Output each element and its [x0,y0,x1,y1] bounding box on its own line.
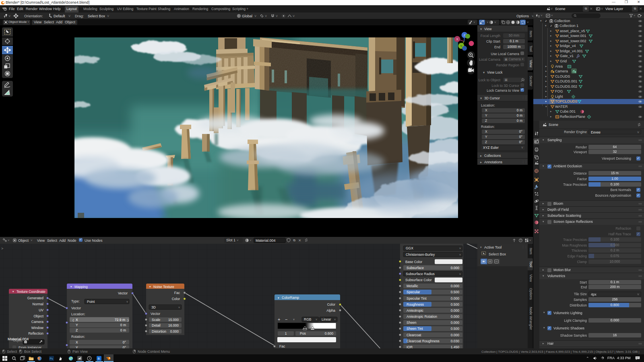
svg-text:0.600: 0.600 [325,331,334,335]
svg-text:0.000: 0.000 [451,266,460,270]
svg-text:˃: ˃ [1,247,3,251]
svg-text:Z: Z [464,33,466,37]
svg-text:0°: 0° [123,340,126,344]
svg-text:˅: ˅ [459,273,461,276]
svg-text:1: 1 [285,331,287,335]
svg-text:Specular: Specular [407,290,420,294]
svg-text:0.500: 0.500 [451,327,460,331]
svg-text:Anisotropic Rotation: Anisotropic Rotation [407,315,437,319]
svg-text:Sheen: Sheen [407,321,417,325]
svg-text:Texture Coordinate: Texture Coordinate [17,290,45,294]
svg-text:Ps: Ps [50,357,54,360]
svg-text:▾: ▾ [12,290,14,293]
svg-text:❬: ❬ [72,319,74,322]
svg-text:Vector: Vector [71,306,81,310]
svg-text:˅: ˅ [334,318,336,321]
svg-text:0°: 0° [123,346,126,348]
svg-text:˅: ˅ [459,253,461,256]
svg-text:0.000: 0.000 [170,329,179,333]
svg-text:Detail: Detail [152,323,161,327]
svg-text:Material.004: Material.004 [8,337,29,341]
svg-text:X: X [456,37,458,41]
svg-text:B: B [98,357,100,360]
svg-text:+: + [278,317,280,322]
svg-text:Clearcoat: Clearcoat [407,333,421,337]
svg-text:Subsurface Color: Subsurface Color [405,278,432,282]
svg-text:0 m: 0 m [120,323,126,327]
svg-text:−: − [285,317,287,322]
svg-text:Y: Y [76,346,78,348]
svg-text:Scale: Scale [152,318,161,322]
svg-text:Roughness: Roughness [407,302,424,306]
svg-text:Reflection: Reflection [28,331,43,335]
svg-text:Distortion: Distortion [152,329,166,333]
svg-text:Base Color: Base Color [405,260,422,264]
svg-text:0.500: 0.500 [451,302,460,306]
svg-text:0.000: 0.000 [451,284,460,288]
svg-text:0 m: 0 m [120,328,126,332]
svg-text:From Instancer: From Instancer [19,346,41,348]
svg-text:Clearcoat Roughness: Clearcoat Roughness [407,339,440,343]
svg-text:Window: Window [31,326,44,330]
svg-text:Fac: Fac [174,291,180,295]
svg-text:0.000: 0.000 [451,309,460,313]
svg-text:˅: ˅ [459,247,461,250]
svg-text:Color: Color [172,297,180,301]
svg-text:0.030: 0.030 [451,339,460,343]
svg-text:Z: Z [76,328,78,332]
svg-text:Vector: Vector [118,291,128,295]
svg-text:▾: ▾ [70,285,72,288]
svg-text:UV: UV [39,308,43,312]
svg-text:Alpha: Alpha [326,309,335,313]
svg-text:Normal: Normal [33,302,44,306]
svg-text:16.000: 16.000 [168,323,179,327]
svg-text:Location:: Location: [71,312,85,316]
svg-text:Fac: Fac [279,344,285,348]
svg-text:▾: ▾ [278,296,279,299]
svg-text:Y: Y [460,44,462,48]
svg-text:Type:: Type: [71,299,80,303]
svg-text:0.000: 0.000 [451,315,460,319]
svg-text:˅: ˅ [126,300,128,303]
svg-text:Subsurface: Subsurface [407,266,424,270]
svg-text:X: X [76,340,78,344]
svg-text:1.450: 1.450 [451,345,460,349]
svg-text:Color: Color [327,302,335,306]
svg-text:❭: ❭ [127,319,129,322]
svg-text:RGB: RGB [304,317,312,321]
svg-text:Subsurface Radius: Subsurface Radius [406,272,435,276]
svg-text:Y: Y [76,323,78,327]
svg-text:0.000: 0.000 [451,333,460,337]
svg-text:˅: ˅ [293,318,295,321]
svg-text:ColorRamp: ColorRamp [282,296,299,300]
svg-text:Linear: Linear [322,317,331,321]
svg-text:0.500: 0.500 [451,290,460,294]
svg-text:Anisotropic: Anisotropic [407,309,424,313]
svg-text:72.9 m: 72.9 m [115,318,125,322]
svg-text:IOR: IOR [407,345,413,349]
svg-text:Rotation:: Rotation: [71,335,85,339]
svg-text:Vector: Vector [151,312,160,316]
svg-text:X: X [76,318,78,322]
svg-text:Pos: Pos [300,331,306,335]
svg-text:Sheen Tint: Sheen Tint [407,327,423,331]
svg-text:˅: ˅ [316,318,317,321]
svg-text:3D: 3D [151,305,156,309]
svg-text:▾: ▾ [149,285,151,288]
svg-text:15.000: 15.000 [168,318,179,322]
svg-text:Christensen-Burley: Christensen-Burley [406,253,435,257]
svg-text:GGX: GGX [406,246,413,250]
svg-text:Specular Tint: Specular Tint [407,296,427,300]
svg-text:Object: Object [33,314,43,318]
svg-text:Noise Texture: Noise Texture [153,285,174,289]
svg-text:Mapping: Mapping [74,285,88,289]
svg-text:0.000: 0.000 [451,296,460,300]
svg-text:Generated: Generated [27,296,43,300]
svg-text:0.000: 0.000 [451,321,460,325]
svg-text:˅: ˅ [178,306,180,309]
svg-text:Metallic: Metallic [407,284,419,288]
svg-text:Point: Point [87,300,95,304]
svg-text:Camera: Camera [31,320,44,324]
